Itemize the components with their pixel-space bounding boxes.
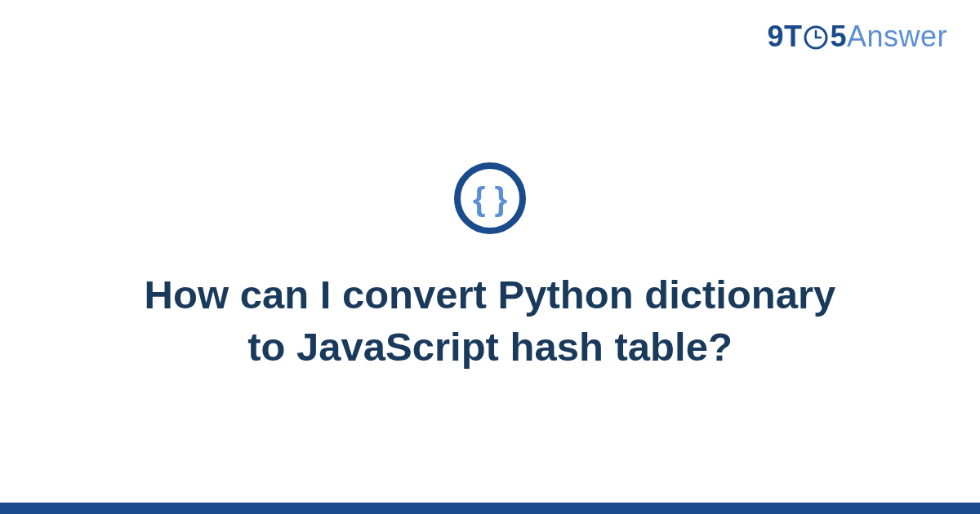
- main-content: { } How can I convert Python dictionary …: [0, 54, 980, 514]
- bottom-accent-bar: [0, 503, 980, 514]
- logo-text-suffix: 5: [830, 20, 847, 54]
- code-braces-icon: { }: [453, 162, 527, 238]
- logo-text-prefix: 9T: [767, 20, 802, 54]
- svg-text:{ }: { }: [473, 181, 507, 217]
- site-logo[interactable]: 9T 5 Answer: [767, 20, 947, 54]
- question-title: How can I convert Python dictionary to J…: [122, 269, 858, 373]
- logo-text-word: Answer: [847, 20, 947, 54]
- header: 9T 5 Answer: [0, 0, 980, 54]
- clock-icon: [804, 25, 828, 50]
